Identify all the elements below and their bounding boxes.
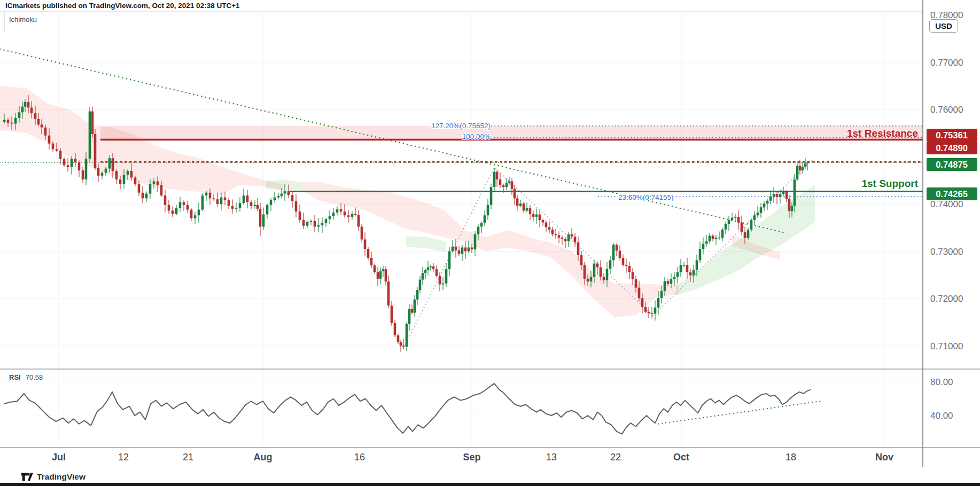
candle-body bbox=[587, 279, 589, 281]
candle-body bbox=[670, 279, 673, 284]
fib-127-label: 127.20%(0.75652) bbox=[431, 122, 491, 130]
candle-body bbox=[108, 158, 111, 168]
time-axis-label: 18 bbox=[785, 452, 796, 463]
candle-body bbox=[499, 179, 502, 185]
bottom-taskbar bbox=[0, 483, 980, 486]
candle-body bbox=[657, 298, 660, 308]
candle-body bbox=[56, 149, 58, 151]
candle-body bbox=[281, 194, 283, 196]
candle-body bbox=[715, 238, 718, 239]
candle-body bbox=[747, 230, 750, 238]
candle-body bbox=[157, 182, 159, 185]
candle-body bbox=[291, 195, 294, 201]
price-label-text: 0.74890 bbox=[936, 143, 968, 153]
candle-body bbox=[625, 265, 628, 266]
candle-body bbox=[496, 172, 499, 179]
candle-body bbox=[445, 269, 448, 284]
price-scale[interactable]: 0.780000.770000.760000.740000.730000.720… bbox=[930, 10, 963, 421]
candle-body bbox=[545, 223, 548, 228]
candle-body bbox=[709, 236, 711, 241]
rsi-indicator-title[interactable]: RSI70.58 bbox=[9, 373, 43, 381]
candle-body bbox=[799, 166, 802, 170]
candle-body bbox=[580, 255, 583, 265]
support-label: 1st Support bbox=[861, 178, 918, 189]
candle-body bbox=[228, 200, 230, 206]
candle-body bbox=[357, 215, 360, 226]
candle-body bbox=[112, 158, 114, 171]
candle-body bbox=[397, 335, 400, 342]
candle-body bbox=[168, 205, 170, 211]
attribution-text: ICmarkets published on TradingView.com, … bbox=[5, 2, 240, 10]
candle-body bbox=[702, 244, 705, 249]
candle-body bbox=[638, 288, 641, 298]
currency-toggle-button[interactable]: USD bbox=[929, 19, 958, 33]
candle-body bbox=[172, 210, 174, 214]
candle-body bbox=[505, 183, 508, 187]
candle-body bbox=[471, 247, 473, 249]
candle-body bbox=[231, 206, 234, 209]
candle-body bbox=[406, 324, 408, 347]
candle-body bbox=[455, 247, 457, 250]
rsi-line bbox=[4, 383, 810, 434]
candle-body bbox=[741, 223, 743, 232]
candle-body bbox=[78, 162, 81, 170]
rsi-trendline[interactable] bbox=[658, 401, 820, 424]
price-tick-label: 0.73000 bbox=[930, 247, 963, 257]
candle-body bbox=[806, 163, 809, 163]
candle-body bbox=[175, 208, 178, 214]
candle-body bbox=[34, 113, 37, 119]
candle-body bbox=[299, 211, 301, 220]
candle-body bbox=[400, 342, 402, 346]
candle-body bbox=[439, 276, 441, 285]
candle-body bbox=[804, 163, 807, 167]
candle-body bbox=[571, 234, 573, 237]
candle-body bbox=[41, 124, 43, 127]
candle-body bbox=[374, 265, 376, 272]
time-axis[interactable]: Jul1221Aug16Sep1322Oct18Nov bbox=[52, 452, 893, 463]
candle-body bbox=[198, 210, 200, 216]
candle-body bbox=[134, 177, 137, 184]
candle-body bbox=[763, 203, 766, 207]
candle-body bbox=[493, 172, 496, 187]
candle-body bbox=[737, 217, 740, 223]
candle-body bbox=[474, 234, 477, 249]
candle-body bbox=[628, 266, 631, 272]
candle-body bbox=[667, 281, 670, 284]
tradingview-logo-icon bbox=[21, 472, 33, 482]
time-axis-label: Jul bbox=[52, 452, 66, 463]
ichimoku-cloud-green bbox=[406, 236, 446, 252]
candle-body bbox=[427, 268, 430, 270]
candle-body bbox=[757, 213, 759, 215]
candle-body bbox=[712, 236, 714, 239]
candle-body bbox=[119, 179, 122, 184]
candle-body bbox=[94, 134, 97, 168]
candle-body bbox=[596, 264, 599, 268]
tradingview-brand[interactable]: TradingView bbox=[21, 472, 85, 482]
candle-body bbox=[89, 112, 91, 159]
candle-body bbox=[484, 215, 486, 223]
candle-body bbox=[91, 112, 94, 134]
candle-body bbox=[794, 179, 796, 206]
chart-surface[interactable]: 127.20%(0.75652)100.00%23.60%(0.74155)1s… bbox=[0, 0, 980, 486]
candle-body bbox=[416, 290, 419, 300]
candle-body bbox=[689, 272, 692, 275]
candle-body bbox=[590, 277, 593, 281]
candle-body bbox=[551, 230, 554, 234]
candle-body bbox=[419, 280, 422, 290]
candle-body bbox=[458, 250, 461, 254]
candle-body bbox=[760, 207, 763, 213]
candle-body bbox=[635, 279, 637, 288]
candle-body bbox=[648, 312, 650, 313]
indicator-label[interactable]: Ichimoku bbox=[9, 15, 37, 23]
candle-body bbox=[321, 223, 324, 225]
candle-body bbox=[7, 120, 10, 122]
candle-body bbox=[306, 222, 309, 226]
candle-body bbox=[422, 273, 424, 279]
candle-body bbox=[567, 234, 570, 241]
candle-body bbox=[164, 195, 167, 205]
brand-text: TradingView bbox=[37, 472, 85, 482]
candle-body bbox=[377, 272, 379, 278]
candle-body bbox=[609, 260, 612, 269]
candle-body bbox=[542, 220, 545, 222]
candle-body bbox=[243, 195, 245, 203]
